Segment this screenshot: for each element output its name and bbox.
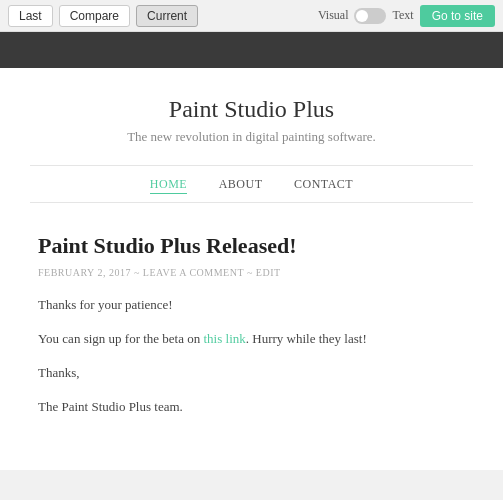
site-nav: HOME ABOUT CONTACT — [30, 165, 473, 203]
visual-label: Visual — [318, 8, 349, 23]
post-para-1: Thanks for your patience! — [38, 294, 465, 316]
dark-bar — [0, 32, 503, 68]
toggle-switch[interactable] — [354, 8, 386, 24]
last-button[interactable]: Last — [8, 5, 53, 27]
leave-comment-link[interactable]: LEAVE A COMMENT — [143, 267, 244, 278]
post-para-3: Thanks, — [38, 362, 465, 384]
toolbar: Last Compare Current Visual Text Go to s… — [0, 0, 503, 32]
post-para-2-before: You can sign up for the beta on — [38, 331, 204, 346]
current-button[interactable]: Current — [136, 5, 198, 27]
post-title: Paint Studio Plus Released! — [38, 233, 465, 259]
nav-home[interactable]: HOME — [150, 177, 187, 194]
site-wrapper: Paint Studio Plus The new revolution in … — [0, 68, 503, 470]
nav-contact[interactable]: CONTACT — [294, 177, 353, 191]
post-para-2: You can sign up for the beta on this lin… — [38, 328, 465, 350]
go-to-site-button[interactable]: Go to site — [420, 5, 495, 27]
post-para-2-after: . Hurry while they last! — [246, 331, 367, 346]
edit-link[interactable]: EDIT — [256, 267, 281, 278]
post-para-4: The Paint Studio Plus team. — [38, 396, 465, 418]
nav-about[interactable]: ABOUT — [219, 177, 263, 191]
visual-text-toggle: Visual Text — [318, 8, 414, 24]
meta-separator-1: ~ — [134, 267, 143, 278]
text-label: Text — [392, 8, 413, 23]
post-body: Thanks for your patience! You can sign u… — [38, 294, 465, 418]
site-content: Paint Studio Plus Released! FEBRUARY 2, … — [0, 213, 503, 450]
this-link[interactable]: this link — [204, 331, 246, 346]
post-date: FEBRUARY 2, 2017 — [38, 267, 131, 278]
post-meta: FEBRUARY 2, 2017 ~ LEAVE A COMMENT ~ EDI… — [38, 267, 465, 278]
site-header: Paint Studio Plus The new revolution in … — [0, 68, 503, 155]
meta-separator-2: ~ — [247, 267, 256, 278]
compare-button[interactable]: Compare — [59, 5, 130, 27]
site-title: Paint Studio Plus — [20, 96, 483, 123]
site-tagline: The new revolution in digital painting s… — [20, 129, 483, 145]
